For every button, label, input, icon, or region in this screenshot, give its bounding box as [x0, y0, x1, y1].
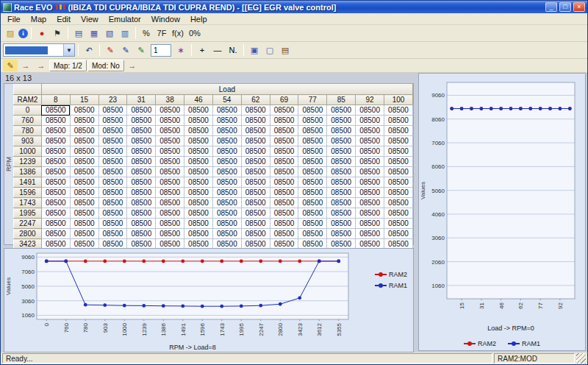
grid-cell[interactable]: 08500 — [127, 208, 156, 219]
grid-cell[interactable]: 08500 — [241, 219, 270, 229]
grid-cell[interactable]: 08500 — [241, 188, 270, 198]
grid-cell[interactable]: 08500 — [327, 219, 356, 229]
grid-cell[interactable]: 08500 — [127, 198, 156, 208]
grid-cell[interactable]: 08500 — [127, 126, 156, 136]
grid-cell[interactable]: 08500 — [241, 116, 270, 126]
grid-cell[interactable]: 08500 — [327, 177, 356, 188]
grid-cell[interactable]: 08500 — [184, 136, 213, 146]
interpolate-icon[interactable]: ∗ — [173, 43, 188, 57]
grid-cell[interactable]: 08500 — [384, 116, 412, 126]
grid-cell[interactable]: 08500 — [298, 136, 327, 146]
checkered-flag-icon[interactable]: ⚑ — [50, 26, 65, 40]
grid-cell[interactable]: 08500 — [327, 157, 356, 167]
grid-col-header[interactable]: 69 — [270, 95, 298, 105]
zero-percent-icon[interactable]: 0% — [187, 26, 203, 40]
grid-cell[interactable]: 08500 — [127, 136, 156, 146]
grid-col-header[interactable]: 46 — [184, 95, 213, 105]
grid-cell[interactable]: 08500 — [356, 208, 384, 219]
grid-cell[interactable]: 08500 — [270, 126, 298, 136]
grid-cell[interactable]: 08500 — [156, 126, 184, 136]
grid-cell[interactable]: 08500 — [356, 116, 384, 126]
grid-cell[interactable]: 08500 — [70, 208, 98, 219]
normalize-icon[interactable]: N. — [226, 43, 240, 57]
grid-cell[interactable]: 08500 — [184, 146, 213, 157]
grid-cell[interactable]: 08500 — [41, 136, 70, 146]
grid-cell[interactable]: 08500 — [298, 157, 327, 167]
grid-cell[interactable]: 08500 — [184, 208, 213, 219]
grid-row-header[interactable]: 0 — [14, 105, 42, 116]
grid-cell[interactable]: 08500 — [241, 105, 270, 116]
grid-cell[interactable]: 08500 — [156, 116, 184, 126]
map-compare-icon[interactable]: ▥ — [118, 26, 132, 40]
grid-row-header[interactable]: 1491 — [14, 177, 42, 188]
grid-cell[interactable]: 08500 — [156, 188, 184, 198]
grid-cell[interactable]: 08500 — [241, 208, 270, 219]
edit-mode-icon[interactable]: ✎ — [3, 60, 18, 71]
grid-cell[interactable]: 08500 — [156, 167, 184, 177]
map-3d-icon[interactable]: ▧ — [102, 26, 117, 40]
grid-cell[interactable]: 08500 — [384, 177, 412, 188]
grid-cell[interactable]: 08500 — [70, 126, 98, 136]
grid-cell[interactable]: 08500 — [212, 126, 241, 136]
grid-cell[interactable]: 08500 — [270, 229, 298, 239]
hex-view-icon[interactable]: 7F — [154, 26, 169, 40]
grid-cell[interactable]: 08500 — [98, 198, 127, 208]
grid-row-header[interactable]: 1743 — [14, 198, 42, 208]
grid-cell[interactable]: 08500 — [327, 146, 356, 157]
grid-cell[interactable]: 08500 — [212, 105, 241, 116]
grid-cell[interactable]: 08500 — [212, 116, 241, 126]
grid-cell[interactable]: 08500 — [270, 157, 298, 167]
grid-cell[interactable]: 08500 — [241, 146, 270, 157]
grid-cell[interactable]: 08500 — [41, 198, 70, 208]
grid-cell[interactable]: 08500 — [41, 219, 70, 229]
grid-cell[interactable]: 08500 — [156, 177, 184, 188]
grid-col-header[interactable]: 77 — [298, 95, 327, 105]
menu-item-emulator[interactable]: Emulator — [104, 14, 146, 24]
grid-cell[interactable]: 08500 — [241, 177, 270, 188]
grid-col-header[interactable]: 54 — [212, 95, 241, 105]
subtract-icon[interactable]: — — [210, 43, 225, 57]
grid-cell[interactable]: 08500 — [298, 198, 327, 208]
grid-cell[interactable]: 08500 — [270, 146, 298, 157]
grid-row-header[interactable]: 780 — [14, 126, 42, 136]
grid-cell[interactable]: 08500 — [298, 105, 327, 116]
grid-cell[interactable]: 08500 — [241, 229, 270, 239]
grid-cell[interactable]: 08500 — [327, 208, 356, 219]
grid-cell[interactable]: 08500 — [184, 116, 213, 126]
grid-cell[interactable]: 08500 — [70, 177, 98, 188]
grid-cell[interactable]: 08500 — [327, 198, 356, 208]
copy-icon[interactable]: ▣ — [247, 43, 262, 57]
grid-cell[interactable]: 08500 — [356, 188, 384, 198]
grid-cell[interactable]: 08500 — [41, 146, 70, 157]
minimize-button[interactable]: _ — [545, 2, 557, 12]
grid-cell[interactable]: 08500 — [127, 116, 156, 126]
grid-cell[interactable]: 08500 — [298, 229, 327, 239]
grid-cell[interactable]: 08500 — [184, 105, 213, 116]
combo-dropdown-icon[interactable]: ▼ — [63, 44, 74, 56]
grid-col-header[interactable]: 62 — [241, 95, 270, 105]
grid-col-header[interactable]: 100 — [384, 95, 412, 105]
grid-cell[interactable]: 08500 — [270, 105, 298, 116]
grid-row-header[interactable]: 1000 — [14, 146, 42, 157]
grid-cell[interactable]: 08500 — [270, 177, 298, 188]
grid-cell[interactable]: 08500 — [356, 157, 384, 167]
grid-cell[interactable]: 08500 — [298, 219, 327, 229]
grid-row-header[interactable]: 903 — [14, 136, 42, 146]
notes-icon[interactable]: ▤ — [278, 43, 293, 57]
grid-cell[interactable]: 08500 — [184, 229, 213, 239]
grid-cell[interactable]: 08500 — [384, 136, 412, 146]
grid-row-header[interactable]: 2800 — [14, 229, 42, 239]
grid-cell[interactable]: 08500 — [70, 136, 98, 146]
grid-cell[interactable]: 08500 — [98, 105, 127, 116]
grid-cell[interactable]: 08500 — [212, 157, 241, 167]
grid-cell[interactable]: 08500 — [298, 126, 327, 136]
grid-row-header[interactable]: 760 — [14, 116, 42, 126]
grid-cell[interactable]: 08500 — [98, 219, 127, 229]
grid-col-header[interactable]: 38 — [156, 95, 184, 105]
grid-cell[interactable]: 08500 — [98, 188, 127, 198]
grid-cell[interactable]: 08500 — [127, 188, 156, 198]
grid-cell[interactable]: 08500 — [41, 208, 70, 219]
grid-cell[interactable]: 08500 — [127, 157, 156, 167]
grid-cell[interactable]: 08500 — [356, 136, 384, 146]
grid-cell[interactable]: 08500 — [98, 167, 127, 177]
